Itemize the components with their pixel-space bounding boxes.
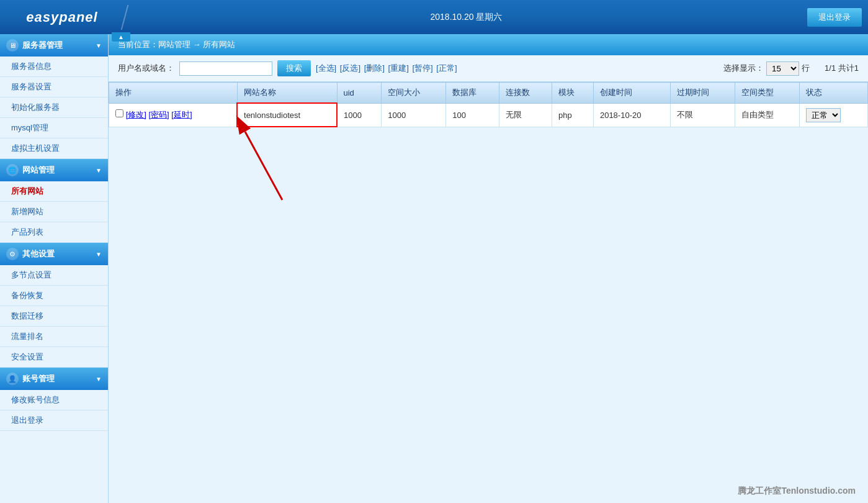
other-settings-icon: ⚙ <box>6 248 19 260</box>
main-content: 当前位置：网站管理 → 所有网站 用户名或域名： 搜索 [全选] [反选] [删… <box>109 34 868 503</box>
sidebar-item-logout[interactable]: 退出登录 <box>0 410 108 431</box>
sidebar-item-product-list[interactable]: 产品列表 <box>0 222 108 243</box>
other-settings-label: 其他设置 <box>22 248 92 260</box>
normal-link[interactable]: [正常] <box>436 63 457 73</box>
page-select-area: 选择显示： 10 15 20 50 100 行 1/1 共计1 <box>723 61 859 76</box>
date-area: 2018.10.20 星期六 <box>125 12 807 23</box>
table-wrapper: 操作 网站名称 uid 空间大小 数据库 连接数 模块 创建时间 过期时间 空间… <box>109 82 868 127</box>
sidebar-item-data-migration[interactable]: 数据迁移 <box>0 306 108 327</box>
col-space: 空间大小 <box>382 83 446 104</box>
col-space-type: 空间类型 <box>735 83 800 104</box>
pause-link[interactable]: [暂停] <box>412 63 432 73</box>
watermark: 腾龙工作室Tenlonstudio.com <box>738 486 856 497</box>
cell-expires: 不限 <box>671 103 735 127</box>
sidebar-item-vhost-settings[interactable]: 虚拟主机设置 <box>0 138 108 159</box>
delay-link[interactable]: [延时] <box>171 110 192 119</box>
col-uid: uid <box>337 83 382 104</box>
sidebar: 🖥 服务器管理 ▼ 服务器信息 服务器设置 初始化服务器 mysql管理 虚拟主… <box>0 34 109 503</box>
toolbar: 用户名或域名： 搜索 [全选] [反选] [删除] [重建] [暂停] [正常]… <box>109 55 868 82</box>
status-select[interactable]: 正常 暂停 删除 <box>806 108 841 122</box>
website-mgmt-label: 网站管理 <box>22 165 92 176</box>
sidebar-section-other-settings[interactable]: ⚙ 其他设置 ▼ <box>0 243 108 265</box>
cell-space-type: 自由类型 <box>735 103 800 127</box>
account-mgmt-arrow: ▼ <box>96 376 102 383</box>
col-status: 状态 <box>800 83 868 104</box>
sidebar-section-account-mgmt[interactable]: 👤 账号管理 ▼ <box>0 368 108 390</box>
cell-connections: 无限 <box>499 103 552 127</box>
sidebar-item-add-website[interactable]: 新增网站 <box>0 202 108 222</box>
display-select[interactable]: 10 15 20 50 100 <box>766 61 799 76</box>
search-input[interactable] <box>179 61 272 76</box>
toolbar-links: [全选] [反选] [删除] [重建] [暂停] [正常] <box>316 63 459 74</box>
col-expires: 过期时间 <box>671 83 735 104</box>
other-settings-arrow: ▼ <box>96 251 102 258</box>
row-checkbox[interactable] <box>115 109 123 117</box>
select-all-link[interactable]: [全选] <box>316 63 336 73</box>
password-link[interactable]: [密码] <box>148 110 169 119</box>
cell-created: 2018-10-20 <box>593 103 671 127</box>
display-unit: 行 <box>802 63 810 74</box>
header: easypanel 2018.10.20 星期六 退出登录 ▲ <box>0 0 868 34</box>
col-actions: 操作 <box>109 83 238 104</box>
sidebar-item-all-websites[interactable]: 所有网站 <box>0 181 108 202</box>
cell-status: 正常 暂停 删除 <box>800 103 868 127</box>
server-mgmt-icon: 🖥 <box>6 39 19 52</box>
server-mgmt-arrow: ▼ <box>96 42 102 49</box>
cell-uid: 1000 <box>337 103 382 127</box>
delete-link[interactable]: [删除] <box>364 63 385 73</box>
col-created: 创建时间 <box>593 83 671 104</box>
breadcrumb: 当前位置：网站管理 → 所有网站 <box>109 34 868 55</box>
cell-space: 1000 <box>382 103 446 127</box>
sidebar-item-mysql-mgmt[interactable]: mysql管理 <box>0 118 108 138</box>
logo-area: easypanel <box>0 9 124 25</box>
col-module: 模块 <box>552 83 594 104</box>
collapse-button[interactable]: ▲ <box>112 32 130 42</box>
search-label: 用户名或域名： <box>118 63 174 74</box>
cell-db: 100 <box>446 103 499 127</box>
sidebar-item-modify-account[interactable]: 修改账号信息 <box>0 390 108 410</box>
col-site-name: 网站名称 <box>237 83 337 104</box>
sidebar-item-server-info[interactable]: 服务器信息 <box>0 57 108 77</box>
table-row: [修改] [密码] [延时] tenlonstudiotest 1000 100… <box>109 103 868 127</box>
search-button[interactable]: 搜索 <box>277 60 311 76</box>
sidebar-section-server-mgmt[interactable]: 🖥 服务器管理 ▼ <box>0 34 108 57</box>
col-db: 数据库 <box>446 83 499 104</box>
sidebar-section-website-mgmt[interactable]: 🌐 网站管理 ▼ <box>0 159 108 181</box>
sidebar-item-server-settings[interactable]: 服务器设置 <box>0 77 108 97</box>
modify-link[interactable]: [修改] <box>126 110 146 119</box>
account-mgmt-label: 账号管理 <box>22 373 92 384</box>
sites-table: 操作 网站名称 uid 空间大小 数据库 连接数 模块 创建时间 过期时间 空间… <box>109 82 868 127</box>
sidebar-item-security-settings[interactable]: 安全设置 <box>0 347 108 368</box>
col-connections: 连接数 <box>499 83 552 104</box>
pagination-info: 1/1 共计1 <box>825 63 859 74</box>
server-mgmt-label: 服务器管理 <box>22 40 92 51</box>
cell-site-name[interactable]: tenlonstudiotest <box>237 103 337 127</box>
rebuild-link[interactable]: [重建] <box>388 63 409 73</box>
cell-actions: [修改] [密码] [延时] <box>109 103 238 127</box>
sidebar-item-traffic-ranking[interactable]: 流量排名 <box>0 327 108 347</box>
website-mgmt-arrow: ▼ <box>96 167 102 174</box>
account-mgmt-icon: 👤 <box>6 373 19 385</box>
sidebar-item-multi-node[interactable]: 多节点设置 <box>0 265 108 286</box>
sidebar-item-backup-restore[interactable]: 备份恢复 <box>0 286 108 306</box>
cell-module: php <box>552 103 594 127</box>
website-mgmt-icon: 🌐 <box>6 164 19 176</box>
layout: 🖥 服务器管理 ▼ 服务器信息 服务器设置 初始化服务器 mysql管理 虚拟主… <box>0 34 868 503</box>
svg-line-1 <box>245 132 282 200</box>
logout-button[interactable]: 退出登录 <box>807 8 862 27</box>
sidebar-item-init-server[interactable]: 初始化服务器 <box>0 97 108 118</box>
invert-select-link[interactable]: [反选] <box>340 63 360 73</box>
display-label: 选择显示： <box>723 63 764 74</box>
logo-text: easypanel <box>26 9 97 25</box>
